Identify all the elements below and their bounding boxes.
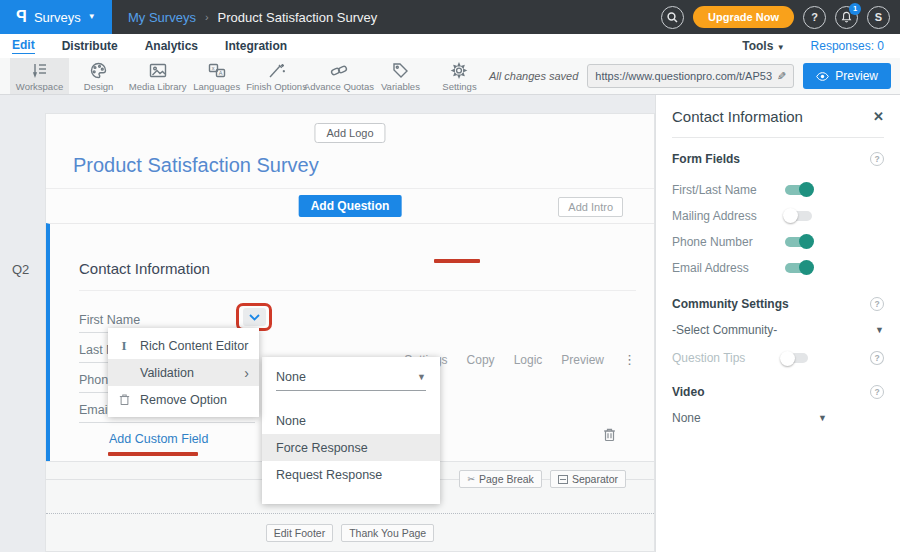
question-mark-icon: ? [811, 11, 818, 23]
subnav-right: Tools ▼ Responses: 0 [742, 39, 884, 53]
delete-question-button[interactable] [603, 427, 616, 446]
notifications-button[interactable]: 1 [835, 6, 858, 29]
menu-item-label: Remove Option [140, 393, 227, 407]
edit-footer-button[interactable]: Edit Footer [266, 524, 333, 542]
design-palette-icon [89, 62, 108, 79]
question-action-logic[interactable]: Logic [514, 353, 543, 367]
toggle-first-last-name[interactable] [785, 185, 812, 195]
community-select[interactable]: -Select Community- ▼ [672, 323, 884, 337]
footer-buttons: Edit Footer Thank You Page [46, 524, 654, 542]
upgrade-now-button[interactable]: Upgrade Now [693, 6, 794, 28]
add-custom-field-link[interactable]: Add Custom Field [109, 432, 208, 446]
field-options-chevron-button[interactable] [243, 308, 266, 326]
survey-url-field[interactable]: https://www.questionpro.com/t/AP53kZgUI … [587, 64, 794, 88]
tab-integration[interactable]: Integration [225, 39, 287, 53]
toggle-row-phone-number: Phone Number [672, 234, 884, 249]
toolbar-languages[interactable]: xA Languages [187, 58, 246, 94]
chain-links-icon [329, 62, 349, 79]
topbar-actions: Upgrade Now ? 1 S [661, 6, 890, 29]
validation-option-request-response[interactable]: Request Response [262, 461, 440, 488]
toggle-email-address[interactable] [785, 263, 812, 273]
sidebar-title: Contact Information [672, 108, 803, 125]
toolbar-workspace[interactable]: Workspace [10, 58, 69, 94]
toolbar-media-library[interactable]: Media Library [128, 58, 187, 94]
account-avatar[interactable]: S [867, 6, 890, 29]
toolbar-variables[interactable]: Variables [371, 58, 430, 94]
toolbar-finish-options[interactable]: Finish Options [246, 58, 307, 94]
separator-icon [558, 475, 568, 484]
question-title[interactable]: Contact Information [79, 260, 210, 277]
toolbar-label: Workspace [16, 81, 63, 92]
add-intro-button[interactable]: Add Intro [558, 197, 623, 217]
magic-wand-icon [267, 62, 286, 79]
menu-item-label: Rich Content Editor [140, 339, 248, 353]
gear-icon [450, 62, 468, 79]
toggle-knob [799, 260, 814, 275]
toggle-knob [783, 208, 798, 223]
trash-icon [116, 393, 132, 406]
question-action-preview[interactable]: Preview [561, 353, 604, 367]
toggle-knob [799, 182, 814, 197]
avatar-initial: S [875, 11, 882, 23]
breadcrumb-separator: › [205, 11, 209, 23]
tab-edit[interactable]: Edit [12, 38, 35, 54]
edit-pencil-icon[interactable]: ✎ [777, 70, 786, 83]
validation-options: None Force Response Request Response [262, 407, 440, 488]
toggle-question-tips[interactable] [782, 353, 808, 363]
add-logo-button[interactable]: Add Logo [314, 123, 385, 143]
add-question-button[interactable]: Add Question [299, 195, 402, 217]
tab-distribute[interactable]: Distribute [62, 39, 118, 53]
menu-item-label: Validation [140, 366, 194, 380]
toolbar-settings[interactable]: Settings [430, 58, 489, 94]
page-break-label: Page Break [479, 473, 534, 485]
validation-option-none[interactable]: None [262, 407, 440, 434]
toolbar-right: All changes saved https://www.questionpr… [489, 58, 900, 94]
media-library-icon [148, 62, 168, 79]
chevron-down-icon: ▼ [777, 43, 785, 52]
question-action-copy[interactable]: Copy [467, 353, 495, 367]
help-button[interactable]: ? [803, 6, 826, 29]
toggle-phone-number[interactable] [785, 237, 812, 247]
menu-item-validation[interactable]: Validation › [108, 359, 259, 386]
product-switcher[interactable]: P Surveys ▼ [0, 0, 112, 34]
chevron-down-icon: ▼ [818, 413, 827, 423]
toolbar-advance-quotas[interactable]: Advance Quotas [307, 58, 371, 94]
community-settings-heading: Community Settings [672, 297, 789, 311]
tools-menu[interactable]: Tools ▼ [742, 39, 784, 53]
toggle-row-email-address: Email Address [672, 260, 884, 275]
validation-option-force-response[interactable]: Force Response [262, 434, 440, 461]
help-icon[interactable]: ? [870, 297, 884, 311]
help-icon[interactable]: ? [870, 152, 884, 166]
validation-panel: None ▼ None Force Response Request Respo… [262, 357, 440, 504]
breadcrumb: My Surveys › Product Satisfaction Survey [128, 10, 377, 25]
questionpro-logo-icon: P [16, 8, 27, 26]
preview-button[interactable]: Preview [803, 63, 891, 89]
validation-select[interactable]: None ▼ [276, 370, 426, 391]
search-button[interactable] [661, 6, 684, 29]
survey-title[interactable]: Product Satisfaction Survey [73, 154, 319, 177]
question-tips-row: Question Tips ? [672, 351, 884, 365]
thank-you-page-button[interactable]: Thank You Page [341, 524, 434, 542]
eye-icon [816, 72, 829, 81]
responses-count[interactable]: Responses: 0 [811, 39, 884, 53]
separator-button[interactable]: Separator [550, 470, 626, 488]
toggle-mailing-address[interactable] [785, 211, 812, 221]
chevron-right-icon: › [244, 366, 249, 380]
toolbar-design[interactable]: Design [69, 58, 128, 94]
menu-item-remove-option[interactable]: Remove Option [108, 386, 259, 413]
help-icon[interactable]: ? [870, 351, 884, 365]
question-tips-label: Question Tips [672, 351, 782, 365]
community-select-value: -Select Community- [672, 323, 777, 337]
close-icon[interactable]: ✕ [873, 109, 884, 124]
tab-analytics[interactable]: Analytics [145, 39, 198, 53]
video-select[interactable]: None ▼ [672, 411, 827, 425]
more-options-icon[interactable]: ⋮ [623, 352, 636, 367]
help-icon[interactable]: ? [870, 385, 884, 399]
field-context-menu: I Rich Content Editor Validation › Remov… [108, 328, 259, 417]
menu-item-rich-content-editor[interactable]: I Rich Content Editor [108, 332, 259, 359]
chevron-down-icon: ▼ [88, 13, 96, 21]
page-break-button[interactable]: ✂Page Break [459, 470, 541, 488]
breadcrumb-my-surveys[interactable]: My Surveys [128, 10, 196, 25]
annotation-underline-add-custom-field [108, 452, 198, 456]
tag-icon [391, 62, 410, 79]
